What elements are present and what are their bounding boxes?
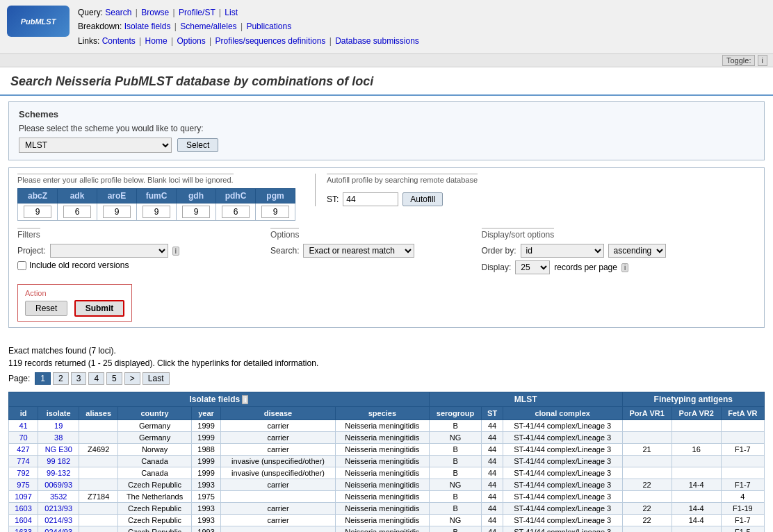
nav-db-submissions[interactable]: Database submissions	[335, 36, 419, 46]
query-label: Query:	[78, 8, 103, 17]
locus-header-abcZ[interactable]: abcZ	[28, 191, 47, 201]
table-cell[interactable]: 427	[9, 444, 38, 456]
table-cell[interactable]: 0069/93	[38, 479, 79, 491]
table-link[interactable]: 0213/93	[44, 504, 72, 513]
sort-dir-select[interactable]: ascending	[608, 244, 666, 258]
table-link[interactable]: 0244/93	[44, 528, 72, 532]
nav-home[interactable]: Home	[145, 36, 168, 46]
locus-input-abcZ[interactable]	[24, 206, 51, 218]
table-cell: NG	[429, 479, 482, 491]
locus-input-fumC[interactable]	[143, 206, 170, 218]
st-input[interactable]	[343, 192, 398, 206]
nav-list[interactable]: List	[225, 8, 238, 17]
table-cell[interactable]: 99-132	[38, 467, 79, 479]
page-5-button[interactable]: 5	[106, 372, 122, 385]
loci-header-row: abcZadkaroEfumCgdhpdhCpgm	[18, 189, 295, 203]
table-cell: 1999	[192, 467, 221, 479]
search-select[interactable]: Exact or nearest match	[303, 244, 414, 258]
table-link[interactable]: 38	[54, 433, 63, 442]
table-link[interactable]: 975	[17, 481, 29, 489]
table-cell: 21	[622, 444, 672, 456]
table-cell: Neisseria meningitidis	[336, 515, 430, 526]
isolate-fields-info-icon[interactable]: i	[242, 395, 248, 404]
table-cell[interactable]: 0213/93	[38, 503, 79, 515]
table-link[interactable]: 792	[17, 469, 29, 477]
table-link[interactable]: 774	[17, 457, 29, 465]
locus-header-gdh[interactable]: gdh	[188, 191, 204, 201]
locus-input-gdh[interactable]	[182, 206, 210, 218]
table-cell[interactable]: 38	[38, 432, 79, 444]
locus-header-pgm[interactable]: pgm	[266, 191, 284, 201]
nav-isolate-fields[interactable]: Isolate fields	[124, 22, 171, 31]
table-cell	[79, 456, 118, 467]
nav-options[interactable]: Options	[177, 36, 205, 46]
page-3-button[interactable]: 3	[71, 372, 87, 385]
table-cell[interactable]: 975	[9, 479, 38, 491]
table-link[interactable]: NG E30	[45, 445, 72, 454]
nav-profiles-seq[interactable]: Profiles/sequences definitions	[215, 36, 326, 46]
table-link[interactable]: 1633	[15, 528, 31, 532]
table-cell[interactable]: 1633	[9, 526, 38, 532]
nav-search[interactable]: Search	[105, 8, 131, 17]
page-2-button[interactable]: 2	[53, 372, 69, 385]
table-cell[interactable]: 1097	[9, 491, 38, 503]
nav-contents[interactable]: Contents	[102, 36, 136, 46]
locus-header-fumC[interactable]: fumC	[146, 191, 168, 201]
page-4-button[interactable]: 4	[88, 372, 104, 385]
table-cell[interactable]: 0214/93	[38, 515, 79, 526]
table-cell[interactable]: 1603	[9, 503, 38, 515]
submit-button[interactable]: Submit	[74, 300, 125, 317]
table-link[interactable]: 19	[54, 422, 63, 430]
table-cell[interactable]: 19	[38, 420, 79, 432]
locus-header-pdhC[interactable]: pdhC	[225, 191, 247, 201]
display-info-icon[interactable]: i	[621, 263, 628, 272]
table-link[interactable]: 0069/93	[44, 481, 72, 489]
table-cell[interactable]: 792	[9, 467, 38, 479]
table-cell[interactable]: 41	[9, 420, 38, 432]
table-link[interactable]: 99-132	[47, 469, 70, 477]
reset-button[interactable]: Reset	[25, 301, 67, 316]
table-link[interactable]: 1097	[15, 492, 31, 501]
page-1-button[interactable]: 1	[35, 372, 51, 385]
table-cell: ST-41/44 complex/Lineage 3	[503, 444, 622, 456]
locus-header-aroE[interactable]: aroE	[108, 191, 127, 201]
locus-input-pgm[interactable]	[261, 206, 289, 218]
autofill-button[interactable]: Autofill	[402, 192, 443, 206]
include-old-checkbox[interactable]	[17, 261, 26, 270]
table-link[interactable]: 427	[17, 445, 29, 454]
table-link[interactable]: 70	[19, 433, 27, 442]
table-cell[interactable]: NG E30	[38, 444, 79, 456]
table-cell[interactable]: 0244/93	[38, 526, 79, 532]
table-cell[interactable]: 99 182	[38, 456, 79, 467]
table-link[interactable]: 3532	[50, 492, 67, 501]
nav-publications[interactable]: Publications	[246, 22, 291, 31]
last-page-button[interactable]: Last	[143, 372, 170, 385]
nav-browse[interactable]: Browse	[141, 8, 169, 17]
nav-scheme-alleles[interactable]: Scheme/alleles	[180, 22, 236, 31]
table-link[interactable]: 1604	[15, 516, 31, 524]
table-cell[interactable]: 774	[9, 456, 38, 467]
table-link[interactable]: 0214/93	[44, 516, 72, 524]
display-select[interactable]: 25	[515, 260, 550, 274]
locus-input-pdhC[interactable]	[222, 206, 250, 218]
scheme-select-button[interactable]: Select	[177, 138, 218, 152]
table-cell: B	[429, 444, 482, 456]
locus-input-adk[interactable]	[63, 206, 91, 218]
project-select[interactable]	[50, 244, 168, 258]
locus-input-aroE[interactable]	[103, 206, 131, 218]
table-cell[interactable]: 70	[9, 432, 38, 444]
order-by-label: Order by:	[482, 246, 516, 256]
order-by-select[interactable]: id	[521, 244, 604, 258]
toggle-button[interactable]: i	[758, 55, 767, 66]
table-link[interactable]: 1603	[15, 504, 31, 513]
locus-header-adk[interactable]: adk	[70, 191, 85, 201]
next-page-button[interactable]: >	[124, 372, 140, 385]
nav-profile-st[interactable]: Profile/ST	[179, 8, 215, 17]
scheme-select[interactable]: MLST	[19, 138, 172, 153]
col-header-row: idisolatealiasescountryyeardiseasespecie…	[9, 407, 765, 420]
table-link[interactable]: 41	[19, 422, 27, 430]
table-cell[interactable]: 3532	[38, 491, 79, 503]
project-info-icon[interactable]: i	[172, 247, 179, 256]
table-cell[interactable]: 1604	[9, 515, 38, 526]
table-link[interactable]: 99 182	[47, 457, 70, 465]
